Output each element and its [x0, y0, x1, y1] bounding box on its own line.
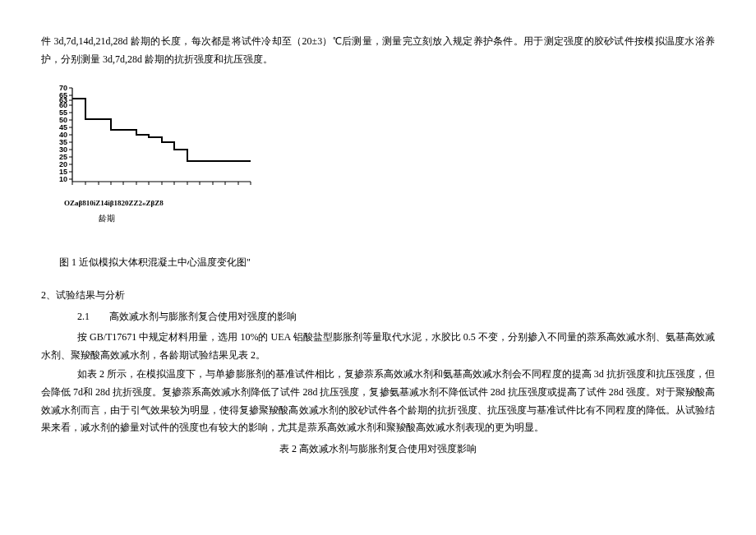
section-2-1-heading: 2.1 高效减水剂与膨胀剂复合使用对强度的影响 [41, 308, 715, 326]
section-2-1-para-1: 按 GB/T17671 中规定材料用量，选用 10%的 UEA 铝酸盐型膨胀剂等… [41, 329, 715, 364]
figure-1: 70 65 63 60 55 50 45 40 35 30 25 20 15 1… [41, 81, 715, 226]
chart-svg: 70 65 63 60 55 50 45 40 35 30 25 20 15 1… [41, 81, 255, 196]
top-paragraph: 件 3d,7d,14d,21d,28d 龄期的长度，每次都是将试件冷却至（20±… [41, 33, 715, 68]
x-axis-label: 龄期 [41, 211, 715, 226]
x-axis-raw-label: OZaβ810iZ14iβ1820ZZ2«ZβZ8 [41, 196, 715, 210]
section-2-heading: 2、试验结果与分析 [41, 287, 715, 305]
section-2-1-para-2: 如表 2 所示，在模拟温度下，与单掺膨胀剂的基准试件相比，复掺萘系高效减水剂和氨… [41, 366, 715, 436]
table-2-caption: 表 2 高效减水剂与膨胀剂复合使用对强度影响 [41, 440, 715, 459]
chart-series [72, 99, 251, 161]
svg-text:10: 10 [59, 175, 67, 183]
figure-1-caption: 图 1 近似模拟大体积混凝土中心温度变化图" [41, 254, 715, 272]
